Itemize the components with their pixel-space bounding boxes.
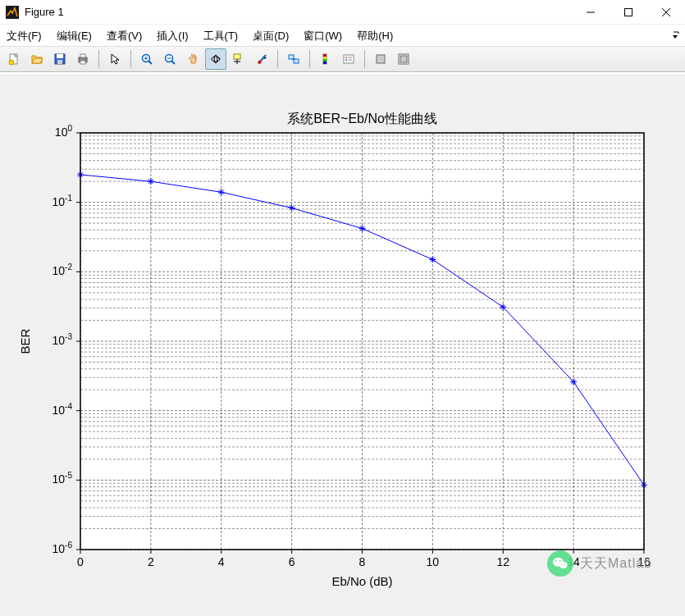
window-title: Figure 1 <box>25 6 64 18</box>
menu-view[interactable]: 查看(V) <box>107 29 142 43</box>
svg-rect-32 <box>323 59 327 62</box>
link-button[interactable] <box>283 48 304 70</box>
svg-text:12: 12 <box>496 555 509 568</box>
show-plot-button[interactable] <box>393 48 414 70</box>
chart-area: 024681012141610-610-510-410-310-210-1100 <box>0 74 685 616</box>
legend-button[interactable] <box>338 48 359 70</box>
svg-rect-22 <box>234 54 240 59</box>
toolbar <box>0 46 685 72</box>
svg-text:8: 8 <box>359 555 366 568</box>
save-button[interactable] <box>49 48 71 70</box>
svg-rect-30 <box>323 54 327 57</box>
wechat-icon <box>547 550 573 577</box>
svg-rect-41 <box>400 56 407 62</box>
svg-point-184 <box>561 564 562 564</box>
cursor-button[interactable] <box>104 48 126 70</box>
print-button[interactable] <box>72 48 94 70</box>
maximize-button[interactable] <box>610 0 647 25</box>
titlebar: Figure 1 <box>0 0 685 25</box>
new-button[interactable] <box>3 48 25 70</box>
svg-rect-33 <box>323 62 327 64</box>
svg-rect-8 <box>57 54 63 58</box>
svg-text:系统BER~Eb/No性能曲线: 系统BER~Eb/No性能曲线 <box>287 112 437 125</box>
svg-rect-34 <box>344 55 354 63</box>
svg-text:2: 2 <box>148 555 154 568</box>
colorbar-button[interactable] <box>315 48 336 70</box>
svg-text:Eb/No (dB): Eb/No (dB) <box>331 574 392 588</box>
svg-point-6 <box>9 60 14 65</box>
svg-rect-2 <box>625 8 632 16</box>
menu-tools[interactable]: 工具(T) <box>203 29 239 43</box>
minimize-button[interactable] <box>572 0 610 25</box>
zoom-in-button[interactable] <box>136 48 158 70</box>
svg-text:10: 10 <box>427 555 440 568</box>
svg-text:6: 6 <box>289 555 295 568</box>
svg-text:0: 0 <box>77 555 84 568</box>
svg-point-183 <box>559 560 561 562</box>
svg-rect-9 <box>57 60 62 64</box>
open-button[interactable] <box>26 48 48 70</box>
menu-file[interactable]: 文件(F) <box>7 29 42 43</box>
svg-line-18 <box>171 61 175 64</box>
pan-button[interactable] <box>182 48 203 70</box>
datacursor-button[interactable] <box>228 48 249 70</box>
watermark: 天天Matlab <box>547 550 652 577</box>
zoom-out-button[interactable] <box>159 48 180 70</box>
menu-desktop[interactable]: 桌面(D) <box>253 29 289 43</box>
matlab-icon <box>5 5 20 20</box>
brush-button[interactable] <box>251 48 272 70</box>
svg-rect-31 <box>323 57 327 59</box>
chart-plot[interactable]: 024681012141610-610-510-410-310-210-1100 <box>0 74 685 616</box>
svg-text:4: 4 <box>218 555 225 568</box>
svg-point-181 <box>559 562 568 568</box>
hide-plot-button[interactable] <box>370 48 391 70</box>
menu-edit[interactable]: 编辑(E) <box>57 29 92 43</box>
close-button[interactable] <box>647 0 685 25</box>
svg-rect-11 <box>80 54 85 57</box>
svg-point-185 <box>564 564 565 564</box>
menu-insert[interactable]: 插入(I) <box>157 29 188 43</box>
svg-text:BER: BER <box>18 328 32 354</box>
menu-help[interactable]: 帮助(H) <box>357 29 393 43</box>
menu-overflow-icon[interactable] <box>670 30 680 42</box>
menubar: 文件(F) 编辑(E) 查看(V) 插入(I) 工具(T) 桌面(D) 窗口(W… <box>0 25 685 46</box>
svg-point-182 <box>555 560 557 562</box>
svg-rect-12 <box>80 61 85 64</box>
watermark-text: 天天Matlab <box>580 555 652 573</box>
svg-rect-39 <box>377 55 385 63</box>
svg-line-14 <box>148 61 152 64</box>
rotate-button[interactable] <box>205 48 226 70</box>
menu-window[interactable]: 窗口(W) <box>304 29 342 43</box>
